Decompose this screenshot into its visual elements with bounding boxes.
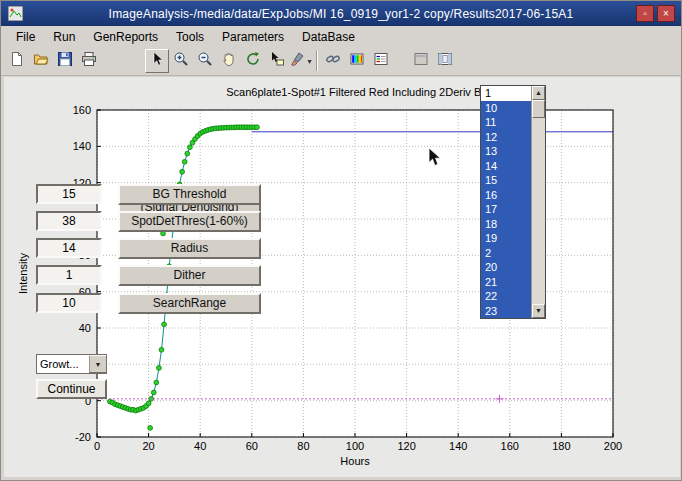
svg-text:0: 0 (94, 440, 100, 452)
scrollbar-up-icon[interactable]: ▲ (532, 86, 545, 100)
insert-colorbar-button[interactable] (345, 49, 369, 73)
list-item-10[interactable]: 10 (481, 101, 531, 116)
list-item-21[interactable]: 21 (481, 275, 531, 290)
menu-genreports[interactable]: GenReports (84, 28, 167, 46)
close-button[interactable]: × (657, 5, 675, 22)
param-label-dither[interactable]: Dither (118, 265, 261, 286)
menu-run[interactable]: Run (44, 28, 84, 46)
brush-button[interactable]: ▾ (289, 49, 313, 73)
param-input-spotdetthres-1-60[interactable] (36, 211, 102, 231)
titlebar[interactable]: ImageAnalysis-/media/data/ExpJobs/MI 16_… (1, 1, 681, 26)
rotate-3d-button[interactable] (241, 49, 265, 73)
open-folder-button[interactable] (29, 49, 53, 73)
window-title: ImageAnalysis-/media/data/ExpJobs/MI 16_… (1, 7, 681, 21)
param-label-bg-threshold[interactable]: BG Threshold (118, 184, 261, 205)
list-item-13[interactable]: 13 (481, 144, 531, 159)
rotate-3d-icon (245, 51, 261, 71)
svg-text:20: 20 (142, 440, 154, 452)
show-plot-tools-icon (437, 51, 453, 71)
app-window: ImageAnalysis-/media/data/ExpJobs/MI 16_… (0, 0, 682, 481)
list-item-2[interactable]: 2 (481, 246, 531, 261)
save-button[interactable] (53, 49, 77, 73)
growth-dropdown[interactable]: Growt... ▼ (36, 354, 107, 374)
menu-file[interactable]: File (7, 28, 44, 46)
svg-text:40: 40 (79, 322, 91, 334)
svg-text:80: 80 (297, 440, 309, 452)
minimize-button[interactable]: ▫ (636, 5, 654, 22)
hide-plot-tools-button[interactable] (409, 49, 433, 73)
pan-button[interactable] (217, 49, 241, 73)
scrollbar-track[interactable] (532, 118, 545, 304)
scrollbar[interactable]: ▲ ▼ (531, 86, 545, 318)
continue-button[interactable]: Continue (36, 379, 107, 399)
plot-axes[interactable]: 020406080100120140160180200-200204060801… (1, 76, 682, 478)
list-item-14[interactable]: 14 (481, 159, 531, 174)
list-item-17[interactable]: 17 (481, 202, 531, 217)
svg-text:180: 180 (552, 440, 570, 452)
list-item-18[interactable]: 18 (481, 217, 531, 232)
link-plot-button[interactable] (321, 49, 345, 73)
zoom-out-button[interactable] (193, 49, 217, 73)
toolbar-separator (316, 51, 318, 71)
zoom-in-button[interactable] (169, 49, 193, 73)
growth-dropdown-value: Growt... (37, 355, 89, 373)
param-input-bg-threshold[interactable] (36, 184, 102, 204)
menu-database[interactable]: DataBase (293, 28, 364, 46)
zoom-out-icon (197, 51, 213, 71)
zoom-in-icon (173, 51, 189, 71)
list-item-22[interactable]: 22 (481, 289, 531, 304)
minimize-icon: ▫ (643, 8, 647, 19)
list-item-11[interactable]: 11 (481, 115, 531, 130)
data-cursor-button[interactable] (265, 49, 289, 73)
svg-text:140: 140 (449, 440, 467, 452)
svg-text:-20: -20 (75, 431, 91, 443)
list-item-12[interactable]: 12 (481, 130, 531, 145)
plot-title: Scan6plate1-Spot#1 Filtered Red Includin… (226, 86, 483, 98)
app-icon (8, 6, 23, 21)
open-folder-icon (33, 51, 49, 71)
data-cursor-icon (269, 51, 285, 71)
svg-text:160: 160 (73, 104, 91, 116)
link-plot-icon (325, 51, 341, 71)
svg-text:140: 140 (73, 140, 91, 152)
y-axis-label: Intensity (17, 253, 29, 294)
scrollbar-thumb[interactable] (532, 100, 545, 118)
svg-text:200: 200 (604, 440, 622, 452)
svg-text:100: 100 (346, 440, 364, 452)
list-item-1[interactable]: 1 (481, 86, 531, 101)
param-input-dither[interactable] (36, 265, 102, 285)
insert-legend-button[interactable] (369, 49, 393, 73)
brush-icon (290, 51, 306, 71)
print-icon (81, 51, 97, 71)
new-document-button[interactable] (5, 49, 29, 73)
print-button[interactable] (77, 49, 101, 73)
param-label-radius[interactable]: Radius (118, 238, 261, 259)
menu-parameters[interactable]: Parameters (213, 28, 293, 46)
list-item-23[interactable]: 23 (481, 304, 531, 319)
pointer-button[interactable] (145, 49, 169, 73)
show-plot-tools-button[interactable] (433, 49, 457, 73)
list-item-15[interactable]: 15 (481, 173, 531, 188)
list-item-19[interactable]: 19 (481, 231, 531, 246)
save-icon (57, 51, 73, 71)
param-input-searchrange[interactable] (36, 293, 102, 313)
svg-text:120: 120 (397, 440, 415, 452)
param-input-radius[interactable] (36, 238, 102, 258)
dropdown-caret-icon: ▾ (307, 57, 311, 66)
menubar: FileRunGenReportsToolsParametersDataBase (1, 26, 681, 47)
toolbar: ▾ (1, 47, 681, 76)
chevron-down-icon[interactable]: ▼ (89, 355, 106, 373)
param-label-searchrange[interactable]: SearchRange (118, 293, 261, 314)
insert-colorbar-icon (349, 51, 365, 71)
pointer-icon (149, 51, 165, 71)
menu-tools[interactable]: Tools (167, 28, 213, 46)
value-list: 110111213141516171819220212223 (481, 86, 531, 318)
x-axis-label: Hours (340, 455, 370, 467)
svg-text:60: 60 (246, 440, 258, 452)
list-item-20[interactable]: 20 (481, 260, 531, 275)
mouse-cursor-icon (428, 147, 442, 172)
scrollbar-down-icon[interactable]: ▼ (532, 304, 545, 318)
param-label-spotdetthres-1-60[interactable]: SpotDetThres(1-60%) (118, 211, 261, 232)
toolbar-separator (393, 61, 409, 62)
list-item-16[interactable]: 16 (481, 188, 531, 203)
